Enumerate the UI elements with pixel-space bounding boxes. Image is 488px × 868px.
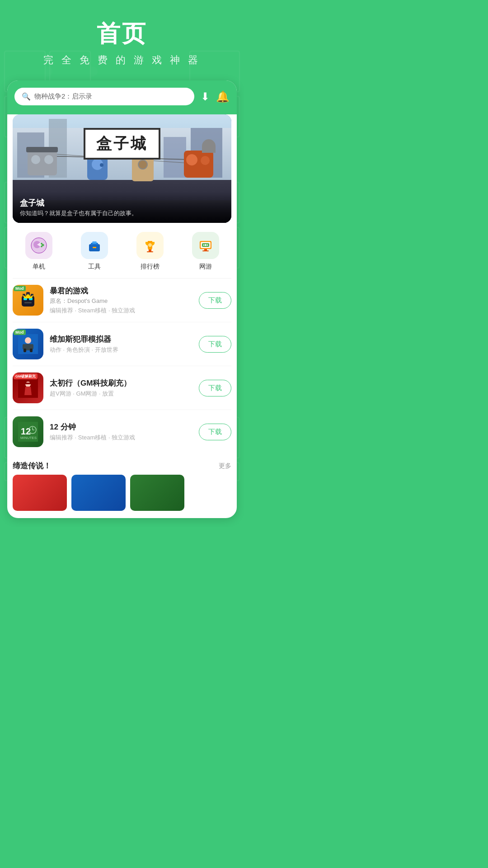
game-tags-12min: 编辑推荐 · Steam移植 · 独立游戏: [50, 434, 192, 442]
bottom-banner-3[interactable]: [130, 475, 184, 511]
game-info-despot: 暴君的游戏 原名：Despot's Game 编辑推荐 · Steam移植 · …: [50, 286, 192, 315]
svg-rect-31: [204, 249, 207, 250]
ranking-label: 排行榜: [141, 263, 160, 271]
mod-badge-despot: Mod: [14, 286, 26, 291]
search-bar[interactable]: 🔍 物种战争2：启示录: [14, 88, 194, 105]
section-title: 缔造传说！: [13, 461, 51, 471]
game-tags-vegas: 动作 · 角色扮演 · 开放世界: [50, 346, 192, 354]
download-btn-12min[interactable]: 下载: [199, 424, 231, 440]
game-icon-vegas[interactable]: Mod: [13, 329, 43, 359]
tools-icon: [81, 232, 108, 259]
ranking-icon: [136, 232, 164, 259]
svg-rect-41: [24, 302, 32, 303]
standalone-label: 单机: [33, 263, 45, 271]
game-name-despot: 暴君的游戏: [50, 286, 192, 296]
tools-label: 工具: [88, 263, 101, 271]
game-info-12min: 12 分钟 编辑推荐 · Steam移植 · 独立游戏: [50, 422, 192, 442]
svg-point-35: [206, 245, 208, 246]
bottom-banner-1[interactable]: [13, 475, 67, 511]
game-name-vegas: 维加斯犯罪模拟器: [50, 334, 192, 344]
game-icon-12min[interactable]: 12 MINUTES: [13, 416, 43, 447]
game-item-despot: Mod 暴君的游戏 原名：Despot's Game 编辑推荐 · Steam移…: [13, 278, 231, 322]
categories: 单机 工具: [7, 223, 237, 278]
search-input[interactable]: 物种战争2：启示录: [34, 92, 92, 101]
category-tools[interactable]: 工具: [81, 232, 108, 271]
online-icon: [192, 232, 219, 259]
game-info-vegas: 维加斯犯罪模拟器 动作 · 角色扮演 · 开放世界: [50, 334, 192, 354]
svg-rect-32: [202, 250, 209, 251]
game-icon-despot[interactable]: Mod: [13, 285, 43, 316]
svg-point-34: [203, 245, 204, 246]
banner[interactable]: 盒子城 盒子城 你知道吗？就算是盒子也有属于自己的故事。: [13, 114, 231, 223]
svg-point-46: [25, 337, 31, 344]
svg-rect-50: [23, 349, 26, 352]
game-list: Mod 暴君的游戏 原名：Despot's Game 编辑推荐 · Steam移…: [7, 278, 237, 453]
bottom-banner-2[interactable]: [71, 475, 126, 511]
gm-badge-taichu: GM破解刷充: [14, 373, 38, 379]
svg-rect-27: [147, 251, 153, 252]
game-item-12min: 12 MINUTES 12 分钟 编辑推荐 · Steam移植 · 独立游戏 下…: [13, 410, 231, 453]
svg-rect-25: [93, 247, 96, 248]
search-icon: 🔍: [22, 92, 31, 101]
svg-rect-23: [92, 241, 97, 244]
svg-rect-37: [205, 245, 206, 245]
game-tags-taichu: 超V网游 · GM网游 · 放置: [50, 390, 192, 398]
svg-text:MINUTES: MINUTES: [20, 436, 37, 440]
standalone-icon: [25, 232, 52, 259]
online-label: 网游: [199, 263, 212, 271]
svg-rect-51: [30, 349, 33, 352]
download-btn-despot[interactable]: 下载: [199, 292, 231, 309]
download-btn-taichu[interactable]: 下载: [199, 380, 231, 396]
game-icon-taichu[interactable]: GM破解刷充: [13, 373, 43, 403]
page-title: 首页: [9, 18, 235, 50]
game-name-en-despot: 原名：Despot's Game: [50, 297, 192, 305]
svg-point-28: [148, 243, 152, 247]
category-online[interactable]: 网游: [192, 232, 219, 271]
download-btn-vegas[interactable]: 下载: [199, 336, 231, 353]
mod-badge-vegas: Mod: [14, 330, 26, 335]
game-info-taichu: 太初行（GM科技刷充） 超V网游 · GM网游 · 放置: [50, 378, 192, 398]
game-name-taichu: 太初行（GM科技刷充）: [50, 378, 192, 388]
svg-rect-26: [149, 250, 151, 251]
svg-point-20: [41, 245, 42, 247]
banner-game-desc: 你知道吗？就算是盒子也有属于自己的故事。: [20, 209, 224, 217]
search-area: 🔍 物种战争2：启示录 ⬇ 🔔: [7, 80, 237, 114]
game-name-12min: 12 分钟: [50, 422, 192, 432]
main-card: 🔍 物种战争2：启示录 ⬇ 🔔: [7, 80, 237, 518]
game-item-taichu: GM破解刷充 太初行（GM科技刷充） 超V网游 · GM网游 · 放置 下载: [13, 366, 231, 410]
header: 首页 完 全 免 费 的 游 戏 神 器: [0, 0, 244, 76]
game-item-vegas: Mod 维加斯犯罪模拟器 动作 · 角色扮演 · 开放世界 下载: [13, 322, 231, 366]
category-ranking[interactable]: 排行榜: [136, 232, 164, 271]
game-tags-despot: 编辑推荐 · Steam移植 · 独立游戏: [50, 307, 192, 315]
page-subtitle: 完 全 免 费 的 游 戏 神 器: [9, 53, 235, 67]
banner-stamp: 盒子城: [84, 128, 160, 160]
bottom-banners: [7, 475, 237, 518]
download-icon[interactable]: ⬇: [201, 90, 210, 103]
banner-game-title: 盒子城: [20, 198, 224, 208]
bell-icon[interactable]: 🔔: [216, 90, 230, 103]
section-header: 缔造传说！ 更多: [7, 453, 237, 475]
section-more[interactable]: 更多: [219, 462, 231, 470]
banner-info: 盒子城 你知道吗？就算是盒子也有属于自己的故事。: [13, 192, 231, 223]
category-standalone[interactable]: 单机: [25, 232, 52, 271]
